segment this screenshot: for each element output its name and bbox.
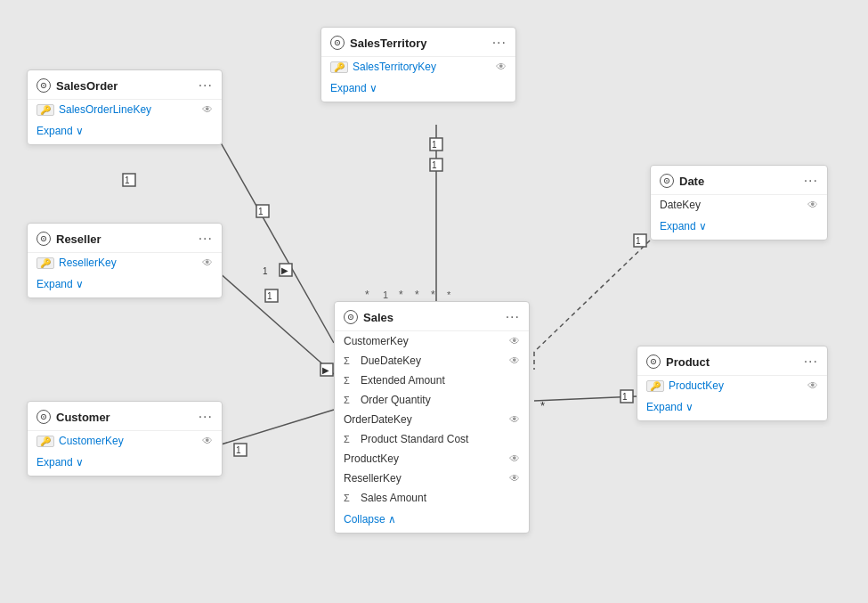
customer-field-0: 🔑 CustomerKey 👁	[28, 431, 222, 451]
reseller-title: ⊙ Reseller	[37, 232, 101, 246]
sales-field-salesamount: Σ Sales Amount	[335, 488, 529, 508]
sales-title: ⊙ Sales	[344, 310, 393, 324]
table-date: ⊙ Date ··· DateKey 👁 Expand ∨	[650, 165, 828, 240]
salesorder-icon: ⊙	[37, 78, 51, 93]
date-header: ⊙ Date ···	[651, 166, 827, 195]
svg-line-0	[218, 138, 334, 343]
date-menu[interactable]: ···	[804, 173, 818, 189]
canvas: 1 1 ▶ 1 1 1 * 1 * 1 * * * * 1	[0, 0, 868, 603]
date-title: ⊙ Date	[660, 174, 704, 188]
salesorder-field-0: 🔑 SalesOrderLineKey 👁	[28, 100, 222, 119]
svg-text:*: *	[540, 399, 545, 412]
reseller-icon: ⊙	[37, 232, 51, 246]
svg-text:*: *	[431, 289, 435, 301]
hidden-icon: 👁	[807, 199, 818, 211]
sum-icon: Σ	[344, 434, 356, 444]
salesorder-fieldname-0: SalesOrderLineKey	[59, 103, 151, 116]
reseller-field-0: 🔑 ResellerKey 👁	[28, 253, 222, 273]
hidden-icon: 👁	[509, 452, 520, 465]
table-salesterritory: ⊙ SalesTerritory ··· 🔑 SalesTerritoryKey…	[320, 27, 516, 102]
svg-rect-15	[621, 390, 633, 403]
svg-rect-12	[234, 444, 247, 456]
svg-text:▶: ▶	[281, 265, 288, 275]
sales-menu[interactable]: ···	[506, 309, 520, 325]
svg-text:1: 1	[263, 266, 268, 276]
sales-field-customerkey: CustomerKey 👁	[335, 331, 529, 351]
sales-field-productstandardcost: Σ Product Standard Cost	[335, 429, 529, 449]
customer-header: ⊙ Customer ···	[28, 402, 222, 431]
reseller-expand[interactable]: Expand ∨	[28, 273, 222, 297]
svg-line-11	[218, 410, 334, 445]
svg-text:▶: ▶	[322, 365, 329, 375]
sales-field-resellerkey: ResellerKey 👁	[335, 469, 529, 488]
table-reseller: ⊙ Reseller ··· 🔑 ResellerKey 👁 Expand ∨	[27, 223, 223, 298]
key-icon: 🔑	[37, 104, 54, 116]
salesterritory-header: ⊙ SalesTerritory ···	[321, 28, 515, 57]
svg-rect-27	[123, 174, 135, 186]
date-field-0: DateKey 👁	[651, 195, 827, 215]
svg-rect-6	[320, 363, 333, 376]
sum-icon: Σ	[344, 395, 356, 405]
table-sales: ⊙ Sales ··· CustomerKey 👁 Σ DueDateKey 👁…	[334, 301, 530, 534]
salesterritory-expand[interactable]: Expand ∨	[321, 77, 515, 102]
salesterritory-menu[interactable]: ···	[492, 35, 507, 51]
key-icon: 🔑	[330, 61, 348, 73]
table-salesorder: ⊙ SalesOrder ··· 🔑 SalesOrderLineKey 👁 E…	[27, 69, 223, 145]
svg-text:1: 1	[236, 445, 241, 455]
hidden-icon: 👁	[509, 472, 520, 485]
sales-field-orderdatekey: OrderDateKey 👁	[335, 410, 529, 429]
svg-rect-1	[256, 205, 269, 217]
salesterritory-title: ⊙ SalesTerritory	[330, 36, 426, 50]
salesterritory-field-0: 🔑 SalesTerritoryKey 👁	[321, 57, 515, 77]
sum-icon: Σ	[344, 493, 356, 503]
table-customer: ⊙ Customer ··· 🔑 CustomerKey 👁 Expand ∨	[27, 401, 223, 477]
salesterritory-fieldname-0: SalesTerritoryKey	[353, 61, 436, 73]
svg-rect-33	[430, 138, 442, 151]
reseller-fieldname-0: ResellerKey	[59, 257, 117, 269]
svg-text:1: 1	[125, 175, 130, 185]
sales-collapse[interactable]: Collapse ∧	[335, 508, 529, 533]
reseller-menu[interactable]: ···	[199, 231, 213, 247]
customer-title: ⊙ Customer	[37, 410, 110, 424]
hidden-icon: 👁	[807, 379, 818, 392]
date-expand[interactable]: Expand ∨	[651, 215, 827, 240]
salesorder-expand[interactable]: Expand ∨	[28, 119, 222, 144]
hidden-icon: 👁	[509, 335, 520, 347]
hidden-icon: 👁	[509, 413, 520, 426]
svg-text:*: *	[447, 289, 451, 300]
svg-text:*: *	[415, 289, 419, 301]
svg-text:1: 1	[636, 236, 641, 246]
sales-field-extendedamount: Σ Extended Amount	[335, 371, 529, 390]
svg-text:1: 1	[258, 207, 264, 216]
svg-line-14	[534, 396, 637, 401]
salesorder-menu[interactable]: ···	[199, 77, 213, 94]
sales-icon: ⊙	[344, 310, 358, 324]
customer-icon: ⊙	[37, 410, 51, 424]
svg-text:1: 1	[622, 392, 628, 402]
hidden-icon: 👁	[496, 61, 507, 73]
svg-rect-4	[265, 289, 278, 302]
reseller-header: ⊙ Reseller ···	[28, 224, 222, 253]
customer-menu[interactable]: ···	[199, 409, 213, 425]
svg-line-18	[534, 240, 650, 352]
svg-text:*: *	[399, 289, 403, 301]
product-fieldname-0: ProductKey	[669, 379, 724, 392]
svg-text:1: 1	[383, 289, 388, 300]
product-header: ⊙ Product ···	[637, 346, 827, 376]
key-icon: 🔑	[646, 380, 664, 392]
svg-line-3	[218, 272, 334, 374]
table-product: ⊙ Product ··· 🔑 ProductKey 👁 Expand ∨	[637, 346, 828, 421]
product-menu[interactable]: ···	[804, 354, 818, 370]
customer-expand[interactable]: Expand ∨	[28, 451, 222, 476]
key-icon: 🔑	[37, 257, 54, 269]
svg-text:1: 1	[267, 291, 272, 301]
salesorder-title: ⊙ SalesOrder	[37, 78, 118, 93]
sales-field-orderquantity: Σ Order Quantity	[335, 390, 529, 410]
salesorder-header: ⊙ SalesOrder ···	[28, 70, 222, 100]
salesterritory-icon: ⊙	[330, 36, 345, 50]
sum-icon: Σ	[344, 355, 356, 366]
product-expand[interactable]: Expand ∨	[637, 395, 827, 420]
customer-fieldname-0: CustomerKey	[59, 435, 124, 447]
hidden-icon: 👁	[509, 354, 520, 367]
hidden-icon: 👁	[202, 257, 213, 269]
